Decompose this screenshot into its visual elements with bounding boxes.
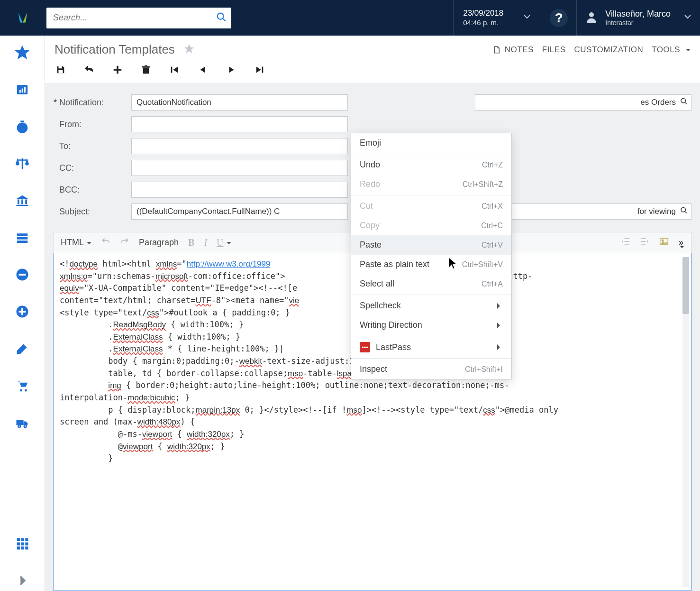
tools-menu[interactable]: TOOLS bbox=[652, 45, 691, 55]
time-text: 04:46 p. m. bbox=[463, 18, 503, 27]
ctx-paste[interactable]: PasteCtrl+V bbox=[351, 235, 511, 255]
to-field[interactable] bbox=[131, 138, 348, 154]
more-tools-button[interactable]: » bbox=[679, 238, 684, 248]
files-link[interactable]: FILES bbox=[542, 45, 566, 55]
svg-point-69 bbox=[662, 240, 664, 241]
svg-rect-18 bbox=[25, 200, 27, 204]
chevron-down-icon[interactable] bbox=[513, 13, 541, 23]
svg-rect-19 bbox=[17, 205, 28, 206]
ctx-inspect[interactable]: InspectCtrl+Shift+I bbox=[351, 360, 511, 379]
stopwatch-icon[interactable] bbox=[12, 116, 33, 137]
user-icon bbox=[584, 10, 599, 26]
to-label: To: bbox=[54, 141, 125, 151]
prev-record-button[interactable] bbox=[197, 64, 209, 76]
apps-grid-icon[interactable] bbox=[12, 533, 33, 554]
business-date[interactable]: 23/09/2018 04:46 p. m. bbox=[453, 0, 513, 36]
svg-point-58 bbox=[681, 208, 685, 212]
scales-icon[interactable] bbox=[12, 153, 33, 174]
global-search bbox=[46, 8, 231, 28]
screen-lookup[interactable] bbox=[475, 94, 691, 111]
svg-rect-9 bbox=[24, 87, 26, 92]
next-record-button[interactable] bbox=[225, 64, 237, 76]
search-input[interactable] bbox=[46, 8, 231, 28]
svg-marker-1 bbox=[23, 12, 27, 22]
ctx-emoji[interactable]: Emoji bbox=[351, 133, 511, 153]
delete-button[interactable] bbox=[140, 64, 152, 76]
ctx-lastpass[interactable]: •••LastPass bbox=[351, 337, 511, 357]
svg-rect-17 bbox=[21, 200, 23, 204]
favorites-icon[interactable] bbox=[12, 42, 33, 63]
insert-image-button bbox=[659, 236, 669, 249]
notification-field[interactable] bbox=[131, 94, 348, 111]
svg-rect-8 bbox=[22, 89, 23, 93]
editor-paragraph-dropdown[interactable]: Paragraph bbox=[139, 238, 179, 248]
user-menu[interactable]: Villaseñor, Marco Interastar bbox=[576, 0, 691, 36]
ctx-writing-direction[interactable]: Writing Direction bbox=[351, 315, 511, 335]
cc-field[interactable] bbox=[131, 160, 348, 176]
subject-field[interactable] bbox=[131, 203, 348, 220]
undo-button[interactable] bbox=[83, 64, 95, 76]
search-icon[interactable] bbox=[680, 98, 688, 108]
svg-point-28 bbox=[20, 389, 22, 392]
dashboard-icon[interactable] bbox=[12, 79, 33, 100]
save-button[interactable] bbox=[55, 64, 67, 76]
date-text: 23/09/2018 bbox=[463, 9, 503, 18]
customization-link[interactable]: CUSTOMIZATION bbox=[574, 45, 644, 55]
search-icon[interactable] bbox=[216, 12, 227, 24]
insert-button[interactable] bbox=[111, 64, 124, 76]
svg-rect-36 bbox=[17, 543, 20, 545]
cart-icon[interactable] bbox=[12, 375, 33, 396]
expand-sidebar-icon[interactable] bbox=[12, 570, 33, 591]
help-icon[interactable]: ? bbox=[550, 9, 568, 27]
ctx-spellcheck[interactable]: Spellcheck bbox=[351, 296, 511, 315]
svg-rect-49 bbox=[145, 65, 147, 66]
editor-mode-dropdown[interactable]: HTML bbox=[61, 238, 91, 248]
stack-icon[interactable] bbox=[12, 227, 33, 248]
svg-rect-43 bbox=[58, 66, 62, 69]
scrollbar-thumb[interactable] bbox=[682, 257, 689, 314]
svg-marker-51 bbox=[173, 67, 178, 73]
first-record-button[interactable] bbox=[168, 64, 181, 76]
svg-rect-39 bbox=[17, 546, 20, 549]
page-title: Notification Templates bbox=[55, 42, 175, 57]
chevron-down-icon[interactable] bbox=[677, 13, 691, 23]
svg-rect-60 bbox=[624, 238, 629, 239]
truck-icon[interactable] bbox=[12, 412, 33, 433]
svg-rect-7 bbox=[19, 90, 21, 92]
favorite-star-icon[interactable] bbox=[183, 43, 195, 56]
svg-rect-22 bbox=[17, 240, 28, 243]
svg-rect-35 bbox=[25, 538, 28, 541]
svg-rect-65 bbox=[641, 241, 645, 242]
minus-circle-icon[interactable] bbox=[12, 264, 33, 285]
svg-rect-37 bbox=[21, 543, 24, 545]
svg-rect-38 bbox=[25, 543, 28, 545]
ctx-undo[interactable]: UndoCtrl+Z bbox=[351, 155, 511, 175]
search-icon[interactable] bbox=[680, 207, 688, 217]
svg-point-29 bbox=[25, 389, 27, 392]
notes-link[interactable]: NOTES bbox=[492, 45, 534, 55]
underline-button: U bbox=[217, 237, 231, 248]
svg-rect-61 bbox=[624, 241, 629, 242]
svg-point-2 bbox=[218, 13, 224, 19]
app-logo bbox=[9, 9, 37, 27]
bcc-label: BCC: bbox=[54, 185, 125, 195]
from-label: From: bbox=[54, 120, 125, 129]
last-record-button[interactable] bbox=[254, 64, 266, 76]
screen-field[interactable] bbox=[475, 94, 691, 111]
ctx-select-all[interactable]: Select allCtrl+A bbox=[351, 274, 511, 294]
svg-rect-66 bbox=[641, 244, 645, 245]
plus-circle-icon[interactable] bbox=[12, 301, 33, 322]
outdent-button bbox=[621, 237, 630, 249]
svg-marker-67 bbox=[647, 240, 648, 243]
bank-icon[interactable] bbox=[12, 190, 33, 211]
sidebar-nav bbox=[0, 36, 45, 591]
bcc-field[interactable] bbox=[131, 182, 348, 198]
svg-marker-5 bbox=[17, 47, 28, 58]
svg-point-32 bbox=[24, 425, 27, 427]
lastpass-icon: ••• bbox=[360, 342, 370, 352]
ctx-paste-as-plain-text[interactable]: Paste as plain textCtrl+Shift+V bbox=[351, 255, 511, 274]
svg-point-4 bbox=[589, 12, 594, 17]
edit-icon[interactable] bbox=[12, 338, 33, 359]
svg-rect-33 bbox=[17, 538, 20, 541]
from-field[interactable] bbox=[131, 116, 348, 132]
